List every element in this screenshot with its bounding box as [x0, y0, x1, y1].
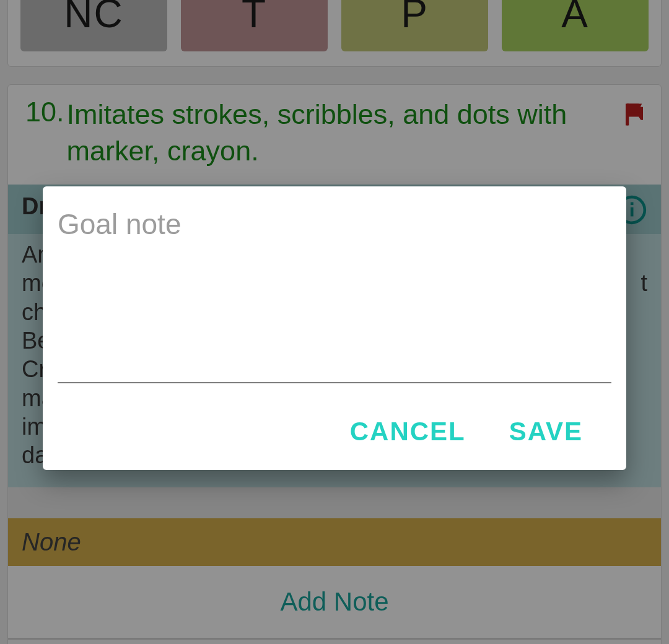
dialog-label: Goal note [58, 207, 181, 241]
goal-note-input[interactable] [58, 347, 611, 383]
dialog-actions: CANCEL SAVE [58, 383, 611, 453]
modal-overlay[interactable]: Goal note CANCEL SAVE [0, 0, 669, 644]
save-button[interactable]: SAVE [509, 417, 583, 446]
cancel-button[interactable]: CANCEL [350, 417, 466, 446]
dialog-input-wrap: Goal note [58, 210, 611, 383]
goal-note-dialog: Goal note CANCEL SAVE [43, 186, 626, 470]
page-root: NC T P A 10. Imitates strokes, scribbles… [0, 0, 669, 644]
